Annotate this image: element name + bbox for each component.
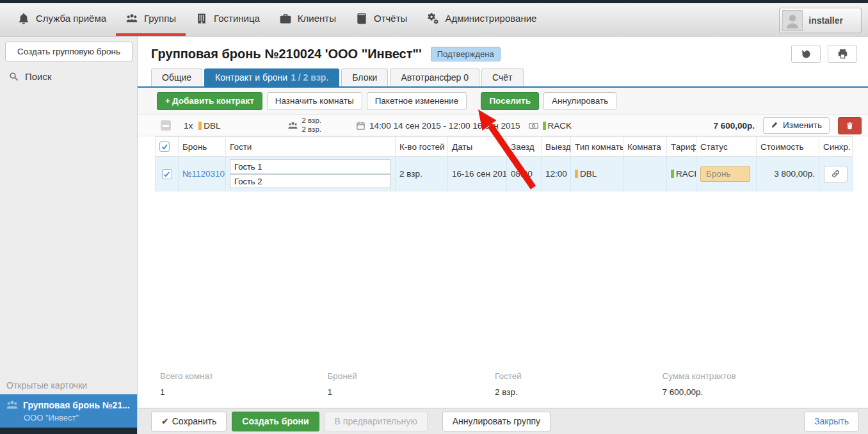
summary-value-contracts-sum: 7 600,00р. [663, 387, 830, 397]
sync-link-button[interactable] [824, 166, 848, 182]
nav-item-label: Администрирование [445, 13, 536, 24]
tab-label: Контракт и брони [215, 72, 287, 83]
tab-invoice[interactable]: Счёт [481, 68, 523, 86]
guest2-input[interactable] [230, 174, 391, 188]
col-header-checkin: Заезд [507, 137, 542, 157]
bell-icon [17, 12, 30, 25]
col-header-tariff: Тариф [667, 137, 696, 157]
tab-autotransfer[interactable]: Автотрансфер 0 [390, 68, 479, 86]
delete-contract-button[interactable] [838, 117, 862, 134]
table-row: №1120310 2 взр. 16-16 сен 2015 08:00 12:… [156, 157, 853, 191]
summary-bar: Всего комнат 1 Броней 1 Гостей 2 взр. Су… [160, 371, 830, 397]
annul-button[interactable]: Аннулировать [543, 92, 616, 110]
trash-icon [846, 122, 854, 130]
sidebar-search[interactable]: Поиск [8, 71, 129, 82]
contract-quantity: 1x [184, 121, 193, 131]
bottom-dark-strip [0, 428, 137, 434]
summary-value-guests: 2 взр. [495, 387, 663, 397]
col-header-sync: Синхр. [819, 137, 853, 157]
search-label: Поиск [25, 71, 52, 82]
main-header: Групповая бронь №210024 'ООО "Инвест"' П… [138, 36, 868, 68]
close-button[interactable]: Закрыть [804, 412, 859, 431]
cell-room-type: DBL [571, 157, 623, 191]
open-card-title: Групповая бронь №21... [23, 400, 130, 410]
room-type-marker-icon [198, 122, 202, 130]
summary-label-total-rooms: Всего комнат [160, 371, 328, 381]
create-bookings-button[interactable]: Создать брони [232, 412, 319, 431]
nav-item-hotel[interactable]: Гостиница [186, 3, 269, 36]
row-checkbox[interactable] [162, 169, 172, 179]
tab-counter: 1 / 2 взр. [291, 72, 328, 83]
contract-toolbar: +Добавить контракт Назначить комнаты Пак… [138, 88, 868, 115]
user-badge[interactable]: installer [779, 8, 862, 33]
search-icon [8, 71, 19, 82]
nav-item-front-desk[interactable]: Служба приёма [8, 3, 116, 36]
open-card-group-booking[interactable]: Групповая бронь №21... ООО "Инвест" [0, 394, 137, 428]
user-name: installer [808, 15, 843, 26]
guest1-input[interactable] [230, 159, 391, 173]
gears-icon [426, 12, 439, 25]
room-type-marker-icon [575, 170, 578, 178]
nav-item-clients[interactable]: Клиенты [269, 3, 346, 36]
tab-general[interactable]: Общие [151, 68, 202, 86]
history-button[interactable] [791, 45, 821, 63]
create-group-booking-button[interactable]: Создать групповую бронь [5, 42, 133, 61]
nav-item-administration[interactable]: Администрирование [417, 3, 546, 36]
top-navbar: Служба приёма Группы Гостиница Клиенты О… [0, 3, 868, 36]
cell-price: 3 800,00р. [757, 157, 819, 191]
tab-blocks[interactable]: Блоки [341, 68, 388, 86]
cell-tariff: RACK [667, 157, 696, 191]
guests-line-2: 2 взр. [302, 125, 321, 133]
col-header-booking: Бронь [179, 137, 226, 157]
table-header-row: Бронь Гости К-во гостей Даты Заезд Выезд… [156, 137, 853, 157]
select-all-checkbox[interactable] [159, 141, 170, 152]
booking-number-link[interactable]: №1120310 [182, 169, 225, 179]
plus-icon: + [165, 96, 170, 106]
nav-item-label: Группы [144, 13, 176, 24]
banknote-icon [528, 120, 539, 131]
tab-contract-and-bookings[interactable]: Контракт и брони1 / 2 взр. [204, 68, 339, 86]
contract-total: 7 600,00р. [714, 121, 755, 131]
edit-contract-button[interactable]: Изменить [763, 117, 830, 134]
col-header-price: Стоимость [757, 137, 819, 157]
to-preliminary-button[interactable]: В предварительную [325, 412, 428, 431]
status-badge: Подтверждена [431, 47, 501, 61]
summary-label-guests: Гостей [495, 371, 663, 381]
briefcase-icon [279, 12, 292, 25]
col-header-guests: Гости [226, 137, 396, 157]
add-contract-button[interactable]: +Добавить контракт [157, 92, 262, 110]
tariff-marker-icon [543, 122, 546, 130]
page-title: Групповая бронь №210024 'ООО "Инвест"' [151, 47, 422, 61]
footer-action-bar: ✔Сохранить Создать брони В предварительн… [138, 408, 868, 434]
summary-value-bookings: 1 [328, 387, 495, 397]
annul-group-button[interactable]: Аннулировать группу [442, 412, 551, 431]
save-button[interactable]: ✔Сохранить [151, 412, 227, 431]
calendar-icon [356, 121, 366, 131]
bookings-table: Бронь Гости К-во гостей Даты Заезд Выезд… [155, 136, 853, 191]
summary-label-bookings: Броней [328, 371, 495, 381]
cell-guest-count: 2 взр. [396, 157, 448, 191]
collapse-contract-button[interactable] [161, 120, 171, 131]
avatar [782, 10, 803, 31]
col-header-checkout: Выезд [542, 137, 571, 157]
summary-value-total-rooms: 1 [160, 387, 328, 397]
guests-line-1: 2 взр. [302, 117, 321, 124]
summary-label-contracts-sum: Сумма контрактов [663, 371, 830, 381]
print-button[interactable] [828, 45, 857, 63]
nav-item-groups[interactable]: Группы [116, 3, 186, 36]
users-icon [287, 120, 298, 131]
open-cards-section: Открытые карточки Групповая бронь №21...… [0, 380, 137, 428]
batch-change-button[interactable]: Пакетное изменение [367, 92, 467, 110]
contract-tariff: RACK [543, 121, 572, 131]
col-header-room-type: Тип комнаты [571, 137, 623, 157]
assign-rooms-button[interactable]: Назначить комнаты [267, 92, 362, 110]
contract-guests: 2 взр.2 взр. [287, 117, 321, 134]
open-card-subtitle: ООО "Инвест" [24, 413, 131, 422]
col-header-status: Статус [696, 137, 757, 157]
check-in-button[interactable]: Поселить [481, 92, 539, 110]
booking-status-badge: Бронь [700, 166, 750, 182]
chain-link-icon [831, 169, 840, 179]
col-header-guest-count: К-во гостей [396, 137, 448, 157]
nav-item-reports[interactable]: Отчёты [346, 3, 417, 36]
sidebar: Создать групповую бронь Поиск Открытые к… [0, 36, 138, 434]
